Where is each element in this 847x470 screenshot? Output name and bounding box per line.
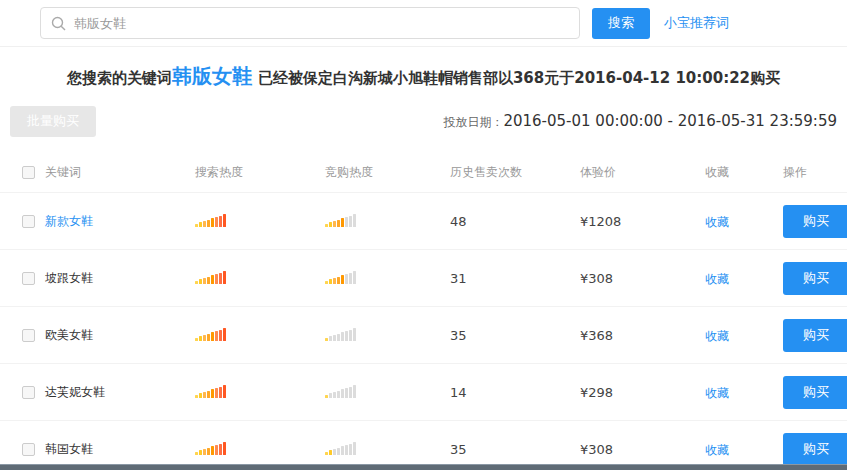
price-value: ¥298 (580, 385, 705, 400)
table-row: 欧美女鞋 35 ¥368 收藏 购买 (0, 307, 847, 364)
price-value: ¥368 (580, 328, 705, 343)
page-root: { "search": { "placeholder": "韩版女鞋", "bu… (0, 0, 847, 470)
bid-heat-meter (325, 384, 356, 398)
buy-button[interactable]: 购买 (783, 319, 847, 352)
header-search-heat: 搜索热度 (195, 164, 325, 181)
table-row: 韩国女鞋 35 ¥308 收藏 购买 (0, 421, 847, 470)
favorite-link[interactable]: 收藏 (705, 272, 729, 286)
notice-keyword: 韩版女鞋 (172, 64, 252, 88)
favorite-link[interactable]: 收藏 (705, 386, 729, 400)
row-checkbox[interactable] (22, 272, 35, 285)
row-checkbox[interactable] (22, 215, 35, 228)
select-all-checkbox[interactable] (22, 166, 35, 179)
keyword-link[interactable]: 新款女鞋 (45, 213, 93, 230)
table-row: 新款女鞋 48 ¥1208 收藏 购买 (0, 193, 847, 250)
search-heat-meter (195, 270, 226, 284)
bid-heat-meter (325, 270, 356, 284)
price-value: ¥1208 (580, 214, 705, 229)
toolbar: 批量购买 投放日期：2016-05-01 00:00:00 - 2016-05-… (0, 99, 847, 143)
keyword-link[interactable]: 坡跟女鞋 (45, 270, 93, 287)
sales-count-value: 35 (450, 328, 580, 343)
search-box (40, 7, 580, 39)
date-label: 投放日期： (443, 115, 503, 129)
sales-count-value: 35 (450, 442, 580, 457)
notice-prefix: 您搜索的关键词 (67, 69, 172, 87)
table-body: 新款女鞋 48 ¥1208 收藏 购买 坡跟女鞋 31 ¥308 收藏 购买 欧… (0, 193, 847, 470)
launch-date-range: 投放日期：2016-05-01 00:00:00 - 2016-05-31 23… (443, 112, 837, 131)
search-button[interactable]: 搜索 (592, 8, 650, 39)
search-icon (51, 16, 66, 31)
bulk-buy-button[interactable]: 批量购买 (10, 106, 96, 137)
bottom-cutoff-bar (0, 464, 847, 470)
buy-button[interactable]: 购买 (783, 433, 847, 466)
sales-count-value: 14 (450, 385, 580, 400)
favorite-link[interactable]: 收藏 (705, 443, 729, 457)
header-favorite: 收藏 (705, 164, 783, 181)
price-value: ¥308 (580, 442, 705, 457)
keyword-link[interactable]: 韩国女鞋 (45, 441, 93, 458)
header-bid-heat: 竞购热度 (325, 164, 450, 181)
buy-button[interactable]: 购买 (783, 262, 847, 295)
bid-heat-meter (325, 327, 356, 341)
row-checkbox[interactable] (22, 329, 35, 342)
date-value: 2016-05-01 00:00:00 - 2016-05-31 23:59:5… (503, 112, 837, 130)
purchase-notice: 您搜索的关键词韩版女鞋已经被保定白沟新城小旭鞋帽销售部以368元于2016-04… (0, 47, 847, 99)
search-heat-meter (195, 441, 226, 455)
row-checkbox[interactable] (22, 386, 35, 399)
bid-heat-meter (325, 213, 356, 227)
keyword-link[interactable]: 达芙妮女鞋 (45, 384, 105, 401)
notice-suffix: 已经被保定白沟新城小旭鞋帽销售部以368元于2016-04-12 10:00:2… (258, 69, 780, 87)
header-keyword-label: 关键词 (45, 164, 81, 181)
search-heat-meter (195, 327, 226, 341)
table-header: 关键词 搜索热度 竞购热度 历史售卖次数 体验价 收藏 操作 (0, 153, 847, 193)
search-header: 搜索 小宝推荐词 (0, 0, 847, 47)
search-heat-meter (195, 384, 226, 398)
favorite-link[interactable]: 收藏 (705, 329, 729, 343)
buy-button[interactable]: 购买 (783, 205, 847, 238)
keyword-table: 关键词 搜索热度 竞购热度 历史售卖次数 体验价 收藏 操作 新款女鞋 48 ¥… (0, 153, 847, 470)
header-keyword: 关键词 (0, 164, 195, 181)
sales-count-value: 48 (450, 214, 580, 229)
favorite-link[interactable]: 收藏 (705, 215, 729, 229)
price-value: ¥308 (580, 271, 705, 286)
header-sales-count: 历史售卖次数 (450, 164, 580, 181)
bid-heat-meter (325, 441, 356, 455)
table-row: 达芙妮女鞋 14 ¥298 收藏 购买 (0, 364, 847, 421)
header-action: 操作 (783, 164, 847, 181)
sales-count-value: 31 (450, 271, 580, 286)
search-input[interactable] (74, 9, 579, 37)
buy-button[interactable]: 购买 (783, 376, 847, 409)
table-row: 坡跟女鞋 31 ¥308 收藏 购买 (0, 250, 847, 307)
header-price: 体验价 (580, 164, 705, 181)
keyword-link[interactable]: 欧美女鞋 (45, 327, 93, 344)
recommend-words-link[interactable]: 小宝推荐词 (664, 14, 729, 32)
search-heat-meter (195, 213, 226, 227)
row-checkbox[interactable] (22, 443, 35, 456)
